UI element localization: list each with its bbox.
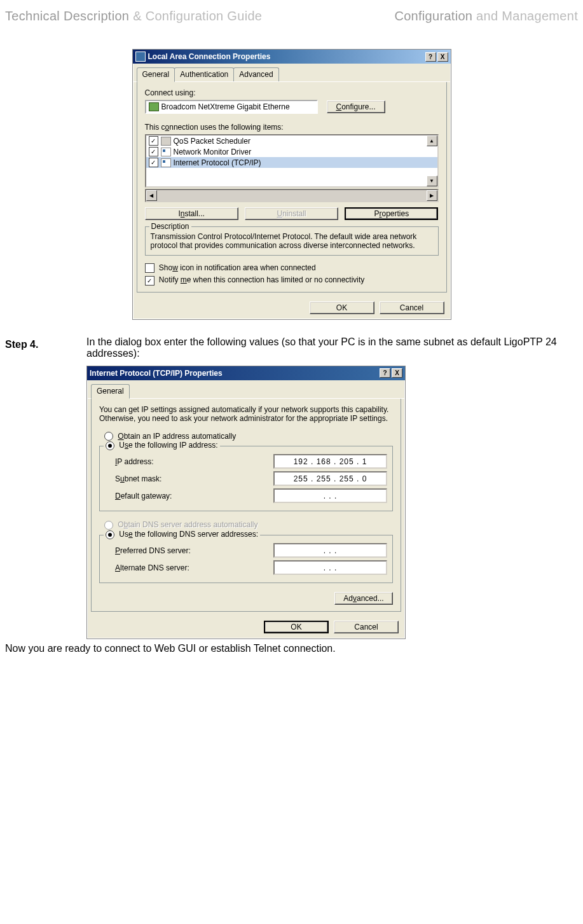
install-button[interactable]: Install... xyxy=(145,207,238,220)
list-item[interactable]: ✓ QoS Packet Scheduler xyxy=(146,135,437,146)
use-ip-radio[interactable] xyxy=(106,441,114,450)
tcpip-properties-dialog: Internet Protocol (TCP/IP) Properties ? … xyxy=(86,366,406,640)
tab-general[interactable]: General xyxy=(91,384,130,399)
adapter-icon xyxy=(149,102,159,111)
window-title: Local Area Connection Properties xyxy=(148,52,271,61)
gateway-label: Default gateway: xyxy=(115,492,172,500)
step-text: In the dialog box enter the following va… xyxy=(86,336,578,359)
titlebar[interactable]: Internet Protocol (TCP/IP) Properties ? … xyxy=(87,366,405,380)
subnet-field[interactable]: 255 . 255 . 255 . 0 xyxy=(273,471,387,486)
checkbox-icon[interactable]: ✓ xyxy=(149,147,158,156)
properties-button[interactable]: Properties xyxy=(345,207,438,220)
button-bar: OK Cancel xyxy=(87,616,405,638)
tab-advanced[interactable]: Advanced xyxy=(233,67,278,81)
window-title: Internet Protocol (TCP/IP) Properties xyxy=(90,369,223,378)
adapter-name: Broadcom NetXtreme Gigabit Etherne xyxy=(161,102,290,111)
obtain-ip-radio[interactable] xyxy=(104,432,113,441)
items-listbox[interactable]: ✓ QoS Packet Scheduler ✓ Network Monitor… xyxy=(145,134,439,188)
use-dns-group: Use the following DNS server addresses: … xyxy=(99,535,393,583)
qos-icon xyxy=(161,137,171,146)
checkbox-icon[interactable]: ✓ xyxy=(149,158,158,167)
cancel-button[interactable]: Cancel xyxy=(380,301,444,314)
obtain-dns-label: Obtain DNS server address automatically xyxy=(118,520,257,529)
header-right-slim: and Management xyxy=(472,9,578,23)
notify-checkbox[interactable]: ✓ xyxy=(145,276,154,286)
connect-using-label: Connect using: xyxy=(145,88,439,97)
dialog-body: You can get IP settings assigned automat… xyxy=(91,399,401,612)
description-text: Transmission Control Protocol/Internet P… xyxy=(151,232,433,250)
help-button[interactable]: ? xyxy=(425,52,436,62)
alt-dns-label: Alternate DNS server: xyxy=(115,563,189,572)
list-item[interactable]: ✓ Internet Protocol (TCP/IP) xyxy=(146,157,437,168)
advanced-button[interactable]: Advanced... xyxy=(334,592,393,605)
pref-dns-label: Preferred DNS server: xyxy=(115,546,191,555)
step-4: Step 4. In the dialog box enter the foll… xyxy=(5,339,578,359)
page-header: Technical Description & Configuration Gu… xyxy=(5,9,578,24)
header-left-slim: & Configuration Guide xyxy=(129,9,262,23)
item-label: Network Monitor Driver xyxy=(174,148,252,156)
use-ip-legend: Use the following IP address: xyxy=(104,441,220,450)
obtain-dns-radio xyxy=(104,521,113,530)
use-dns-legend: Use the following DNS server addresses: xyxy=(104,530,260,539)
ok-button[interactable]: OK xyxy=(310,301,374,314)
tabs: General Authentication Advanced xyxy=(133,64,451,82)
obtain-ip-label: Obtain an IP address automatically xyxy=(118,432,236,441)
header-right-bold: Configuration xyxy=(394,9,472,23)
help-button[interactable]: ? xyxy=(380,368,390,378)
description-legend: Description xyxy=(149,222,191,231)
use-ip-group: Use the following IP address: IP address… xyxy=(99,446,393,511)
ok-button[interactable]: OK xyxy=(264,621,329,633)
button-bar: OK Cancel xyxy=(133,296,451,319)
tab-authentication[interactable]: Authentication xyxy=(174,67,234,81)
intro-text: You can get IP settings assigned automat… xyxy=(99,405,393,423)
checkbox-icon[interactable]: ✓ xyxy=(149,136,158,146)
scroll-left-button[interactable]: ◀ xyxy=(146,190,157,201)
adapter-field[interactable]: Broadcom NetXtreme Gigabit Etherne xyxy=(145,100,318,114)
titlebar[interactable]: Local Area Connection Properties ? X xyxy=(133,50,451,64)
close-button[interactable]: X xyxy=(437,52,448,62)
header-left-bold: Technical Description xyxy=(5,9,129,23)
close-button[interactable]: X xyxy=(392,368,402,378)
ip-address-label: IP address: xyxy=(115,457,154,466)
scroll-down-button[interactable]: ▼ xyxy=(427,176,437,186)
tab-general[interactable]: General xyxy=(137,67,175,82)
ip-address-field[interactable]: 192 . 168 . 205 . 1 xyxy=(273,454,387,469)
tcpip-icon xyxy=(161,158,171,167)
footer-text: Now you are ready to connect to Web GUI … xyxy=(5,643,578,654)
lan-properties-dialog: Local Area Connection Properties ? X Gen… xyxy=(132,49,451,320)
scroll-right-button[interactable]: ▶ xyxy=(427,190,437,201)
monitor-icon xyxy=(161,148,171,156)
cancel-button[interactable]: Cancel xyxy=(334,621,399,633)
use-dns-radio[interactable] xyxy=(106,530,114,539)
notify-label: Notify me when this connection has limit… xyxy=(159,275,365,284)
dialog-body: Connect using: Broadcom NetXtreme Gigabi… xyxy=(137,82,447,293)
window-icon xyxy=(135,52,146,62)
show-icon-label: Show icon in notification area when conn… xyxy=(159,263,316,272)
use-ip-label: Use the following IP address: xyxy=(119,441,217,450)
list-item[interactable]: ✓ Network Monitor Driver xyxy=(146,146,437,157)
subnet-label: Subnet mask: xyxy=(115,474,161,483)
horizontal-scrollbar[interactable]: ◀ ▶ xyxy=(145,189,439,202)
use-dns-label: Use the following DNS server addresses: xyxy=(119,530,258,539)
show-icon-checkbox[interactable] xyxy=(145,263,154,273)
items-label: This connection uses the following items… xyxy=(145,123,439,132)
configure-button[interactable]: CConfigure...onfigure... xyxy=(327,100,385,113)
uninstall-button: Uninstall xyxy=(245,207,338,220)
scroll-up-button[interactable]: ▲ xyxy=(427,135,437,146)
item-label: Internet Protocol (TCP/IP) xyxy=(174,158,261,167)
gateway-field[interactable]: . . . xyxy=(273,488,387,503)
step-label: Step 4. xyxy=(5,339,38,350)
alt-dns-field[interactable]: . . . xyxy=(273,560,387,575)
tabs: General xyxy=(87,380,405,399)
item-label: QoS Packet Scheduler xyxy=(174,137,250,146)
description-group: Description Transmission Control Protoco… xyxy=(145,226,439,256)
pref-dns-field[interactable]: . . . xyxy=(273,543,387,558)
